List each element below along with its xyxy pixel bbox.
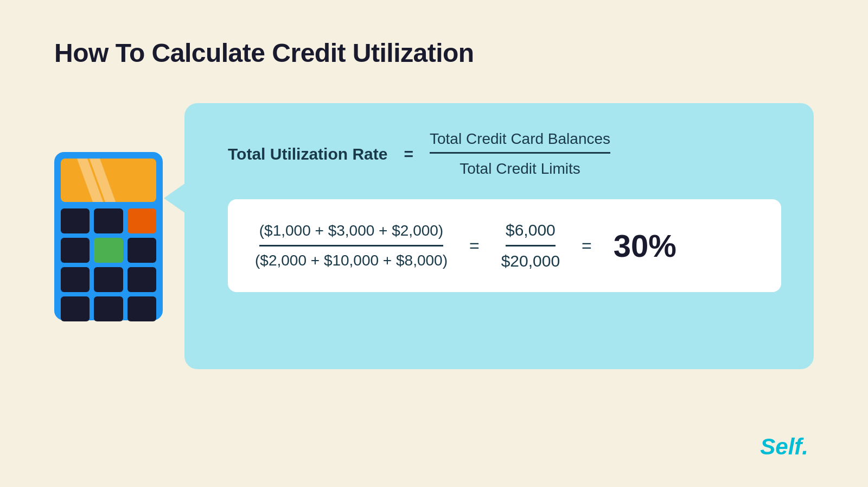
simple-fraction: $6,000 $20,000	[501, 221, 560, 270]
fraction-denominator: Total Credit Limits	[459, 156, 580, 178]
page-title: How To Calculate Credit Utilization	[54, 38, 474, 68]
calc-key-orange	[127, 208, 156, 233]
main-fraction: Total Credit Card Balances Total Credit …	[430, 130, 610, 178]
calculator-body	[54, 152, 163, 320]
calculator-screen	[61, 159, 156, 202]
example-denominator: ($2,000 + $10,000 + $8,000)	[255, 246, 448, 269]
formula-box: Total Utilization Rate = Total Credit Ca…	[184, 103, 814, 369]
formula-equals: =	[404, 145, 413, 163]
simple-denominator: $20,000	[501, 246, 560, 270]
example-equals-1: =	[469, 236, 480, 256]
calc-key-10	[61, 296, 90, 321]
calc-key-12	[127, 296, 156, 321]
example-box: ($1,000 + $3,000 + $2,000) ($2,000 + $10…	[228, 199, 781, 292]
calc-key-green	[94, 238, 123, 263]
example-fraction: ($1,000 + $3,000 + $2,000) ($2,000 + $10…	[255, 222, 448, 269]
formula-label: Total Utilization Rate	[228, 145, 387, 163]
calc-key-7	[61, 267, 90, 292]
calc-key-1	[61, 208, 90, 233]
screen-stripes	[61, 159, 156, 202]
example-numerator: ($1,000 + $3,000 + $2,000)	[259, 222, 443, 246]
main-formula: Total Utilization Rate = Total Credit Ca…	[228, 130, 781, 178]
calculator-illustration	[54, 152, 174, 320]
calc-key-9	[127, 267, 156, 292]
example-equals-2: =	[582, 236, 592, 256]
calc-key-6	[127, 238, 156, 263]
fraction-numerator: Total Credit Card Balances	[430, 130, 610, 154]
result-value: 30%	[614, 227, 676, 264]
simple-numerator: $6,000	[506, 221, 556, 246]
calc-key-8	[94, 267, 123, 292]
main-content: Total Utilization Rate = Total Credit Ca…	[54, 103, 814, 369]
calc-key-11	[94, 296, 123, 321]
calc-key-4	[61, 238, 90, 263]
calc-key-2	[94, 208, 123, 233]
brand-logo: Self.	[760, 434, 808, 460]
calculator-keys	[61, 208, 156, 321]
